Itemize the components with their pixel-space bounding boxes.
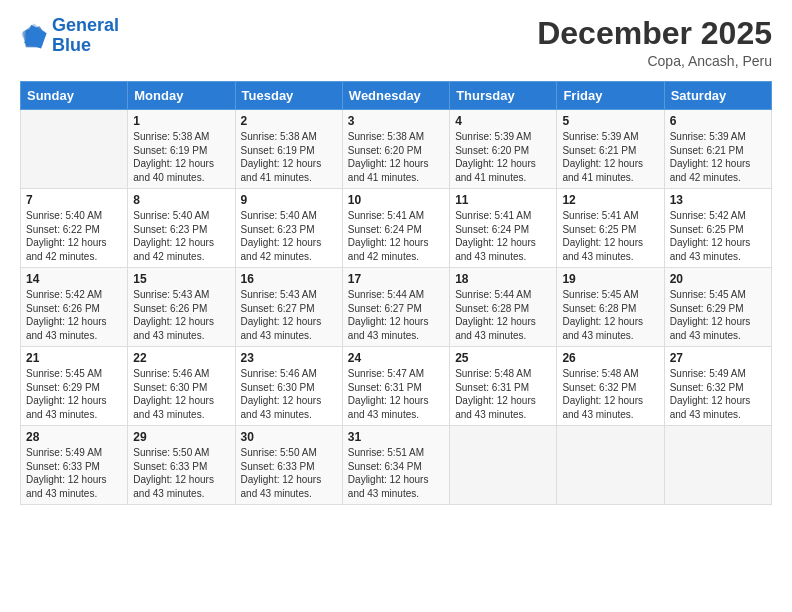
table-row: 9Sunrise: 5:40 AMSunset: 6:23 PMDaylight… [235,189,342,268]
day-number: 22 [133,351,229,365]
table-row: 22Sunrise: 5:46 AMSunset: 6:30 PMDayligh… [128,347,235,426]
day-info: Sunrise: 5:38 AMSunset: 6:19 PMDaylight:… [241,130,337,184]
table-row: 8Sunrise: 5:40 AMSunset: 6:23 PMDaylight… [128,189,235,268]
calendar-header-row: Sunday Monday Tuesday Wednesday Thursday… [21,82,772,110]
table-row: 14Sunrise: 5:42 AMSunset: 6:26 PMDayligh… [21,268,128,347]
day-info: Sunrise: 5:43 AMSunset: 6:26 PMDaylight:… [133,288,229,342]
day-info: Sunrise: 5:41 AMSunset: 6:25 PMDaylight:… [562,209,658,263]
day-info: Sunrise: 5:42 AMSunset: 6:26 PMDaylight:… [26,288,122,342]
col-monday: Monday [128,82,235,110]
day-number: 5 [562,114,658,128]
day-number: 19 [562,272,658,286]
day-number: 28 [26,430,122,444]
day-number: 16 [241,272,337,286]
day-info: Sunrise: 5:41 AMSunset: 6:24 PMDaylight:… [455,209,551,263]
day-number: 18 [455,272,551,286]
day-info: Sunrise: 5:41 AMSunset: 6:24 PMDaylight:… [348,209,444,263]
day-info: Sunrise: 5:46 AMSunset: 6:30 PMDaylight:… [241,367,337,421]
table-row: 13Sunrise: 5:42 AMSunset: 6:25 PMDayligh… [664,189,771,268]
day-number: 29 [133,430,229,444]
day-info: Sunrise: 5:50 AMSunset: 6:33 PMDaylight:… [133,446,229,500]
col-wednesday: Wednesday [342,82,449,110]
table-row: 10Sunrise: 5:41 AMSunset: 6:24 PMDayligh… [342,189,449,268]
col-tuesday: Tuesday [235,82,342,110]
day-number: 15 [133,272,229,286]
day-info: Sunrise: 5:38 AMSunset: 6:20 PMDaylight:… [348,130,444,184]
day-number: 31 [348,430,444,444]
calendar-week-row: 1Sunrise: 5:38 AMSunset: 6:19 PMDaylight… [21,110,772,189]
day-number: 6 [670,114,766,128]
day-number: 9 [241,193,337,207]
table-row: 17Sunrise: 5:44 AMSunset: 6:27 PMDayligh… [342,268,449,347]
logo-name: General Blue [52,16,119,56]
table-row: 20Sunrise: 5:45 AMSunset: 6:29 PMDayligh… [664,268,771,347]
day-number: 2 [241,114,337,128]
day-number: 7 [26,193,122,207]
table-row [450,426,557,505]
table-row: 3Sunrise: 5:38 AMSunset: 6:20 PMDaylight… [342,110,449,189]
col-sunday: Sunday [21,82,128,110]
day-info: Sunrise: 5:44 AMSunset: 6:27 PMDaylight:… [348,288,444,342]
day-info: Sunrise: 5:50 AMSunset: 6:33 PMDaylight:… [241,446,337,500]
logo-icon [20,22,48,50]
day-info: Sunrise: 5:49 AMSunset: 6:33 PMDaylight:… [26,446,122,500]
calendar-week-row: 21Sunrise: 5:45 AMSunset: 6:29 PMDayligh… [21,347,772,426]
table-row: 4Sunrise: 5:39 AMSunset: 6:20 PMDaylight… [450,110,557,189]
table-row: 19Sunrise: 5:45 AMSunset: 6:28 PMDayligh… [557,268,664,347]
logo-blue: Blue [52,35,91,55]
table-row [21,110,128,189]
table-row: 1Sunrise: 5:38 AMSunset: 6:19 PMDaylight… [128,110,235,189]
table-row: 18Sunrise: 5:44 AMSunset: 6:28 PMDayligh… [450,268,557,347]
month-title: December 2025 [537,16,772,51]
day-number: 11 [455,193,551,207]
day-info: Sunrise: 5:43 AMSunset: 6:27 PMDaylight:… [241,288,337,342]
header: General Blue December 2025 Copa, Ancash,… [20,16,772,69]
day-number: 12 [562,193,658,207]
table-row: 25Sunrise: 5:48 AMSunset: 6:31 PMDayligh… [450,347,557,426]
day-info: Sunrise: 5:48 AMSunset: 6:31 PMDaylight:… [455,367,551,421]
day-info: Sunrise: 5:49 AMSunset: 6:32 PMDaylight:… [670,367,766,421]
day-number: 25 [455,351,551,365]
calendar-week-row: 14Sunrise: 5:42 AMSunset: 6:26 PMDayligh… [21,268,772,347]
day-number: 14 [26,272,122,286]
day-number: 8 [133,193,229,207]
day-info: Sunrise: 5:45 AMSunset: 6:29 PMDaylight:… [26,367,122,421]
table-row: 31Sunrise: 5:51 AMSunset: 6:34 PMDayligh… [342,426,449,505]
day-info: Sunrise: 5:38 AMSunset: 6:19 PMDaylight:… [133,130,229,184]
page: General Blue December 2025 Copa, Ancash,… [0,0,792,612]
day-number: 26 [562,351,658,365]
calendar-table: Sunday Monday Tuesday Wednesday Thursday… [20,81,772,505]
day-number: 17 [348,272,444,286]
col-saturday: Saturday [664,82,771,110]
table-row: 30Sunrise: 5:50 AMSunset: 6:33 PMDayligh… [235,426,342,505]
table-row: 27Sunrise: 5:49 AMSunset: 6:32 PMDayligh… [664,347,771,426]
table-row: 26Sunrise: 5:48 AMSunset: 6:32 PMDayligh… [557,347,664,426]
day-number: 23 [241,351,337,365]
day-info: Sunrise: 5:40 AMSunset: 6:23 PMDaylight:… [241,209,337,263]
day-number: 13 [670,193,766,207]
logo-text-block: General Blue [52,16,119,56]
table-row: 15Sunrise: 5:43 AMSunset: 6:26 PMDayligh… [128,268,235,347]
table-row: 29Sunrise: 5:50 AMSunset: 6:33 PMDayligh… [128,426,235,505]
table-row: 2Sunrise: 5:38 AMSunset: 6:19 PMDaylight… [235,110,342,189]
table-row: 28Sunrise: 5:49 AMSunset: 6:33 PMDayligh… [21,426,128,505]
day-number: 20 [670,272,766,286]
day-number: 4 [455,114,551,128]
day-info: Sunrise: 5:40 AMSunset: 6:22 PMDaylight:… [26,209,122,263]
title-block: December 2025 Copa, Ancash, Peru [537,16,772,69]
day-info: Sunrise: 5:39 AMSunset: 6:21 PMDaylight:… [670,130,766,184]
table-row: 21Sunrise: 5:45 AMSunset: 6:29 PMDayligh… [21,347,128,426]
day-number: 21 [26,351,122,365]
table-row: 11Sunrise: 5:41 AMSunset: 6:24 PMDayligh… [450,189,557,268]
location: Copa, Ancash, Peru [537,53,772,69]
logo-general: General [52,15,119,35]
day-number: 10 [348,193,444,207]
day-number: 1 [133,114,229,128]
calendar-week-row: 7Sunrise: 5:40 AMSunset: 6:22 PMDaylight… [21,189,772,268]
day-number: 30 [241,430,337,444]
table-row: 24Sunrise: 5:47 AMSunset: 6:31 PMDayligh… [342,347,449,426]
logo: General Blue [20,16,119,56]
table-row [664,426,771,505]
day-info: Sunrise: 5:48 AMSunset: 6:32 PMDaylight:… [562,367,658,421]
day-info: Sunrise: 5:45 AMSunset: 6:28 PMDaylight:… [562,288,658,342]
